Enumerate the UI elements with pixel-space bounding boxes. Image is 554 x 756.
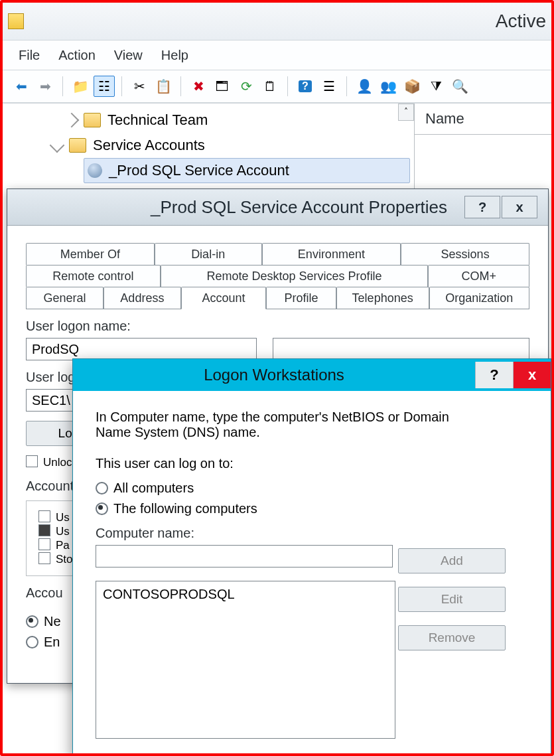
tab-environment[interactable]: Environment xyxy=(262,243,401,265)
folder-up-icon: 📁 xyxy=(72,80,89,93)
unlock-account-label: Unloc xyxy=(43,456,72,469)
cut-button[interactable]: ✂ xyxy=(129,76,150,97)
properties-help-button[interactable]: ? xyxy=(464,196,500,218)
user-logon-domain-select[interactable] xyxy=(273,338,529,360)
nav-back-button[interactable]: ⬅ xyxy=(11,76,32,97)
delete-button[interactable]: ✖ xyxy=(188,76,209,97)
properties-close-button[interactable]: x xyxy=(502,196,537,218)
tab-address[interactable]: Address xyxy=(104,287,181,309)
filter-button[interactable]: ⧩ xyxy=(425,76,447,97)
menu-action[interactable]: Action xyxy=(58,48,96,63)
toolbar-separator xyxy=(287,76,288,96)
funnel-icon: ⧩ xyxy=(431,80,442,93)
menu-view[interactable]: View xyxy=(114,48,143,63)
properties-title: _Prod SQL Service Account Properties xyxy=(151,197,447,218)
properties-icon: 🗔 xyxy=(216,80,229,93)
toolbar-separator xyxy=(121,76,122,96)
user-icon xyxy=(88,163,102,178)
action-pane-button[interactable]: ☰ xyxy=(318,76,340,97)
menubar: File Action View Help xyxy=(3,40,551,70)
show-hide-pane-button[interactable]: ☷ xyxy=(94,76,115,97)
tree-label: Service Accounts xyxy=(93,134,205,157)
tab-com-plus[interactable]: COM+ xyxy=(428,265,529,287)
tab-member-of[interactable]: Member Of xyxy=(26,243,155,265)
tab-profile[interactable]: Profile xyxy=(266,287,336,309)
tree-item-prod-sql-service-account[interactable]: _Prod SQL Service Account xyxy=(84,158,410,183)
properties-titlebar: _Prod SQL Service Account Properties ? x xyxy=(7,189,548,226)
user-logon-name-input[interactable]: ProdSQ xyxy=(26,338,257,360)
tab-sessions[interactable]: Sessions xyxy=(401,243,529,265)
user-logon-name-label: User logon name: xyxy=(26,319,529,334)
tab-organization[interactable]: Organization xyxy=(429,287,529,309)
tab-account[interactable]: Account xyxy=(181,287,266,309)
radio-checked-icon xyxy=(26,615,38,628)
tree-item-technical-team[interactable]: Technical Team xyxy=(62,108,410,133)
logon-workstations-can-log-on-label: This user can log on to: xyxy=(96,456,528,471)
export-list-button[interactable]: 🗒 xyxy=(259,76,281,97)
checkbox-icon xyxy=(26,455,38,467)
help-button[interactable]: ? xyxy=(295,76,316,97)
tab-rds-profile[interactable]: Remote Desktop Services Profile xyxy=(161,265,429,287)
radio-all-computers[interactable]: All computers xyxy=(96,481,528,496)
tab-dial-in[interactable]: Dial-in xyxy=(155,243,262,265)
checkbox-icon xyxy=(38,510,50,522)
menu-file[interactable]: File xyxy=(19,48,40,63)
workstations-list-item[interactable]: CONTOSOPRODSQL xyxy=(103,587,388,602)
menu-help[interactable]: Help xyxy=(161,48,188,63)
toolbar-separator xyxy=(62,76,63,96)
radio-following-computers[interactable]: The following computers xyxy=(96,501,528,516)
new-user-button[interactable]: 👤 xyxy=(354,76,375,97)
computer-name-label: Computer name: xyxy=(96,526,528,541)
add-button[interactable]: Add xyxy=(398,548,506,573)
remove-button[interactable]: Remove xyxy=(398,625,506,650)
column-header-name[interactable]: Name xyxy=(415,104,551,135)
tab-general[interactable]: General xyxy=(26,287,104,309)
arrow-left-icon: ⬅ xyxy=(16,80,27,93)
logon-workstations-help-button[interactable]: ? xyxy=(475,362,513,388)
checkbox-checked-icon xyxy=(38,524,50,536)
expand-icon[interactable] xyxy=(64,113,80,128)
logon-workstations-close-button[interactable]: x xyxy=(513,362,551,388)
app-title: Active xyxy=(496,11,546,32)
tree-item-service-accounts[interactable]: Service Accounts xyxy=(48,133,410,158)
checkbox-icon xyxy=(38,538,50,550)
scissors-icon: ✂ xyxy=(134,80,145,93)
radio-checked-icon xyxy=(96,502,108,515)
pane-icon: ☷ xyxy=(98,80,110,93)
delete-icon: ✖ xyxy=(193,80,204,93)
user-icon: 👤 xyxy=(356,80,373,93)
radio-following-computers-label: The following computers xyxy=(113,501,257,516)
tab-remote-control[interactable]: Remote control xyxy=(26,265,161,287)
folder-icon xyxy=(69,138,86,153)
logon-workstations-dialog: Logon Workstations ? x In Computer name,… xyxy=(72,358,551,756)
edit-button[interactable]: Edit xyxy=(398,587,506,612)
search-icon: 🔍 xyxy=(452,80,468,93)
console-tree[interactable]: Technical Team Service Accounts _Prod SQ… xyxy=(3,104,414,187)
nav-forward-button[interactable]: ➡ xyxy=(35,76,56,97)
new-group-button[interactable]: 👥 xyxy=(378,76,399,97)
app-icon xyxy=(8,13,24,29)
new-ou-button[interactable]: 📦 xyxy=(401,76,423,97)
ou-icon: 📦 xyxy=(404,80,421,93)
logon-workstations-titlebar: Logon Workstations ? x xyxy=(73,359,551,391)
tree-label: Technical Team xyxy=(107,109,208,131)
pane2-icon: ☰ xyxy=(323,80,335,93)
collapse-icon[interactable] xyxy=(50,138,65,153)
tab-telephones[interactable]: Telephones xyxy=(336,287,429,309)
computer-name-input[interactable] xyxy=(96,545,393,567)
toolbar-separator xyxy=(346,76,347,96)
refresh-icon: ⟳ xyxy=(241,80,252,93)
properties-button[interactable]: 🗔 xyxy=(212,76,233,97)
scroll-up-button[interactable]: ˄ xyxy=(398,104,414,121)
titlebar: Active xyxy=(3,3,551,40)
radio-icon xyxy=(96,482,108,494)
radio-all-computers-label: All computers xyxy=(113,481,194,496)
help-icon: ? xyxy=(299,80,312,92)
export-icon: 🗒 xyxy=(263,80,277,93)
clipboard-icon: 📋 xyxy=(155,80,172,93)
refresh-button[interactable]: ⟳ xyxy=(236,76,257,97)
copy-button[interactable]: 📋 xyxy=(153,76,174,97)
find-button[interactable]: 🔍 xyxy=(449,76,470,97)
up-one-level-button[interactable]: 📁 xyxy=(70,76,91,97)
workstations-list[interactable]: CONTOSOPRODSQL xyxy=(96,581,395,739)
